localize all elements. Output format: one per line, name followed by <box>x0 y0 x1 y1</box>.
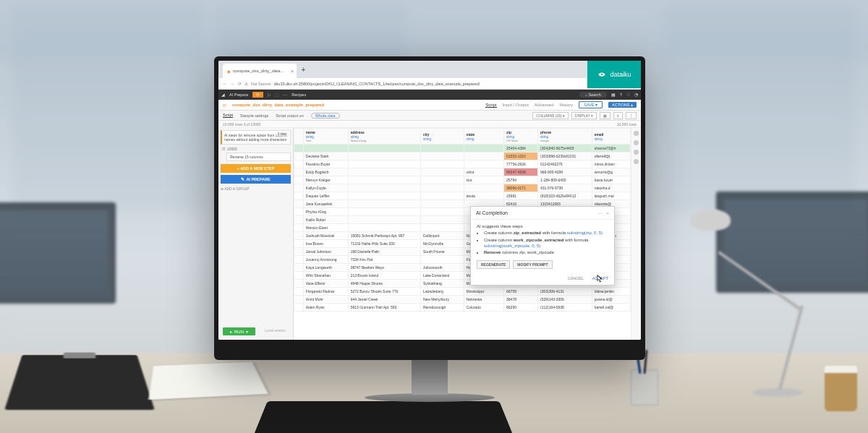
ai-prepare-label[interactable]: AI Prepare <box>229 93 248 97</box>
user-icon[interactable]: ◔ <box>634 93 638 97</box>
rail-icon[interactable] <box>634 159 639 164</box>
subtab-sample[interactable]: Sample settings <box>240 113 268 118</box>
sub-toolbar: Script Sample settings Script output on … <box>218 111 641 121</box>
run-meta: Local stream <box>265 328 286 333</box>
dataiku-logo: dataiku <box>587 61 641 88</box>
help-icon[interactable]: ? <box>620 93 622 97</box>
desk-lamp <box>673 194 832 397</box>
group-checkbox[interactable]: ☑10000 <box>222 147 291 151</box>
ai-step-card[interactable]: AI steps for remove space from column na… <box>221 130 291 145</box>
view-list-icon[interactable]: ≡ <box>613 112 623 119</box>
url-text[interactable]: dku33.dku.sh:25800/projects/DKU_CLEANING… <box>274 82 637 86</box>
subtab-script[interactable]: Script <box>223 113 233 118</box>
bell-icon[interactable]: ♡ <box>626 93 630 97</box>
cancel-button[interactable]: CANCEL <box>568 276 584 280</box>
display-dropdown[interactable]: DISPLAY ▾ <box>571 112 597 119</box>
run-button[interactable]: ▸ RUN ▾ <box>223 327 255 335</box>
save-button[interactable]: SAVE ▾ <box>579 101 603 108</box>
recipe-header: ⟳ compute_dss_dirty_data_example_prepare… <box>218 100 641 111</box>
tab-script[interactable]: Script <box>485 103 496 108</box>
reload-icon[interactable]: ⟳ <box>238 82 242 86</box>
bird-icon[interactable]: ◢ <box>221 93 225 97</box>
rail-icon[interactable] <box>634 150 639 155</box>
forward-icon[interactable]: → <box>231 82 235 86</box>
nav-buttons: ← → ⟳ <box>223 82 242 86</box>
back-icon[interactable]: ← <box>223 82 227 86</box>
code-icon[interactable]: ⬚ <box>275 93 279 97</box>
modal-intro: AI suggests these steps <box>477 224 608 228</box>
regenerate-button[interactable]: REGENERATE <box>477 260 510 269</box>
table-row[interactable]: Fitzgerald Rednar5272 Bosco Shoals Suite… <box>294 288 631 296</box>
table-row[interactable]: 25404-4384(304)940-9675x4405shanna73@h <box>294 145 631 153</box>
recipe-type-icon[interactable]: ⟳ <box>252 92 263 98</box>
table-row[interactable]: Mervyn Kreigerslot257941-184-809-6400kas… <box>294 176 631 184</box>
table-row[interactable]: Eddy Bogisicholina95347-4838969-905-4299… <box>294 168 631 176</box>
tab-favicon: ◆ <box>227 69 231 74</box>
column-header[interactable]: zipstringUS State <box>504 129 538 145</box>
rail-icon[interactable] <box>634 131 639 136</box>
recipe-icon: ⟳ <box>223 103 226 108</box>
table-row[interactable]: Arvid Mohr644 Jamel CreekNew MehyriburyN… <box>294 296 631 304</box>
modal-close-icon[interactable]: × <box>606 211 609 215</box>
clipboard <box>4 355 155 410</box>
table-row[interactable]: Faustino Boyer77756-292601142492279mirna… <box>294 160 631 168</box>
pen-cup <box>631 369 658 406</box>
column-header[interactable]: statestring <box>464 129 503 145</box>
script-steps-panel: AI steps for remove space from column na… <box>218 128 294 340</box>
modify-prompt-button[interactable]: MODIFY PROMPT <box>513 260 552 269</box>
mouse-cursor-icon <box>597 275 604 283</box>
column-header[interactable]: phonestringinteger <box>537 129 592 145</box>
suggestion-1: Create column zip_extracted with formula… <box>484 231 608 236</box>
browser-url-bar: ← → ⟳ ⚠ Not Secure dku33.dku.sh:25800/pr… <box>218 78 641 90</box>
table-row[interactable]: Katlyn Doyle38096-0171431-576-9739natosh… <box>294 184 631 192</box>
tab-history[interactable]: History <box>560 103 574 107</box>
more-icon[interactable]: ⋯ <box>283 93 287 97</box>
tab-close-icon[interactable]: × <box>291 68 294 74</box>
brand-text: dataiku <box>610 71 631 78</box>
app-toolbar: ◢ AI Prepare ⟳ ▷ ⬚ ⋯ Recipes ⌕ Search ▦ … <box>218 90 641 100</box>
whole-data-pill[interactable]: Whole data <box>311 113 340 119</box>
not-secure-label: Not Secure <box>251 82 271 86</box>
info-bar: 10,000 rows 3 of 10000 10,000 rows <box>218 121 641 128</box>
table-row[interactable]: Devante Stark01553-1310(303)898-6239x810… <box>294 153 631 160</box>
step-badge: 1 step <box>276 132 289 136</box>
add-step-button[interactable]: + ADD A NEW STEP <box>221 164 291 173</box>
search-icon: ⌕ <box>585 93 587 97</box>
add-group-button[interactable]: ⊕ ADD A GROUP <box>221 187 291 191</box>
view-more-icon[interactable]: ⋮ <box>626 112 637 119</box>
new-tab-button[interactable]: + <box>301 66 305 74</box>
ai-prepare-button[interactable]: ✎AI PREPARE <box>221 175 291 184</box>
actions-button[interactable]: ACTIONS ▴ <box>608 102 637 108</box>
view-grid-icon[interactable]: ▦ <box>600 112 610 119</box>
suggestion-3: Remove columns zip, work_zipcode <box>484 250 608 256</box>
rail-icon[interactable] <box>634 140 639 145</box>
coffee-cup <box>825 372 857 411</box>
modal-title: AI Completion <box>476 210 508 215</box>
column-header[interactable]: emailstring <box>592 129 630 145</box>
browser-tab-bar: ◆ compute_dss_dirty_data... × + <box>218 61 641 78</box>
play-icon[interactable]: ▷ <box>268 93 271 97</box>
columns-dropdown[interactable]: COLUMNS (15) ▾ <box>532 112 569 119</box>
modal-minimize-icon[interactable]: — <box>597 211 602 215</box>
ai-completion-modal: AI Completion — × AI suggests these step… <box>470 206 615 286</box>
recipe-title: compute_dss_dirty_data_example_prepared <box>232 103 324 107</box>
row-count: 10,000 rows 3 of 10000 <box>223 122 260 127</box>
data-table-panel: namestringTextaddressstringNatural langc… <box>294 128 631 340</box>
column-header[interactable]: citystring <box>420 129 464 145</box>
grid-icon[interactable]: ▦ <box>611 93 616 97</box>
table-row[interactable]: Daquan Lefflerakota15981(818)315-4626x84… <box>294 192 631 200</box>
tab-title: compute_dss_dirty_data... <box>233 69 284 73</box>
column-header[interactable]: namestringText <box>303 129 348 145</box>
column-header[interactable]: addressstringNatural lang <box>348 129 420 145</box>
browser-tab[interactable]: ◆ compute_dss_dirty_data... × <box>223 64 297 78</box>
tab-io[interactable]: Input / Output <box>503 103 529 107</box>
papers <box>148 362 268 400</box>
main-monitor: dataiku ◆ compute_dss_dirty_data... × + … <box>214 56 645 360</box>
table-row[interactable]: Aiden Ryan5913 Gutmann Trail Apt. 593Rei… <box>294 304 631 312</box>
rename-step[interactable]: Rename 15 columns <box>226 153 291 161</box>
search-box[interactable]: ⌕ Search <box>579 92 607 98</box>
suggestion-2: Create column work_zipcode_extracted wit… <box>484 238 608 249</box>
row-count-right: 10,000 rows <box>617 122 637 127</box>
keyboard <box>252 401 514 433</box>
tab-advanced[interactable]: Advanced <box>535 103 554 107</box>
